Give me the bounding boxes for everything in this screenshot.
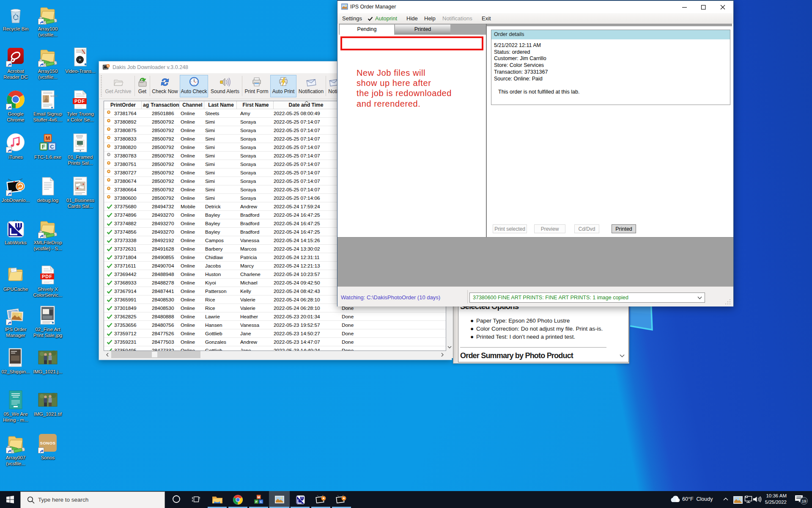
svg-text:PDF: PDF (74, 99, 85, 104)
svg-text:PDF: PDF (42, 274, 52, 279)
svg-text:SONOS: SONOS (40, 441, 56, 445)
svg-text:C: C (50, 144, 54, 150)
svg-text:solo?: solo? (50, 94, 58, 98)
svg-text:M: M (46, 135, 50, 141)
svg-text:F: F (42, 144, 45, 150)
svg-text:↻: ↻ (107, 65, 109, 67)
